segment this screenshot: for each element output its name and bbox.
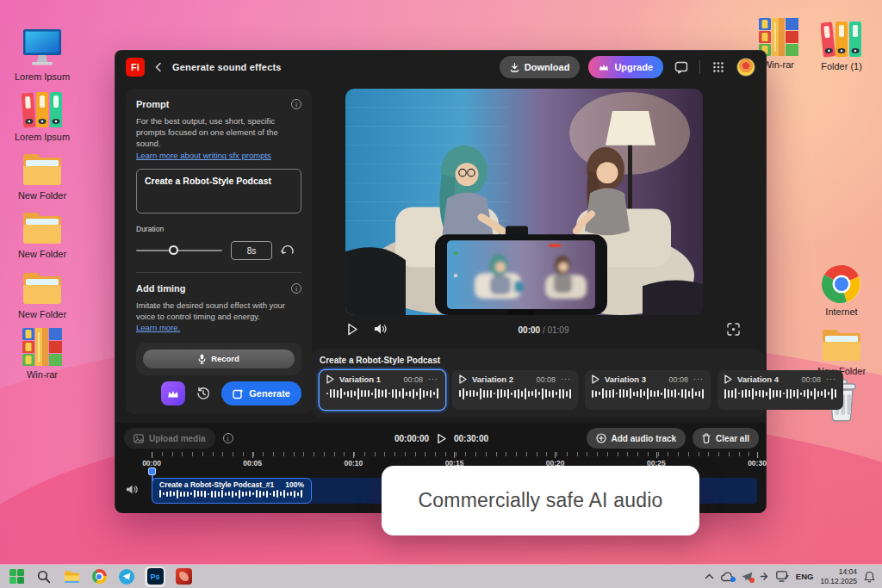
timing-help-text: Imitate the desired sound effect with yo… bbox=[136, 300, 301, 333]
play-icon[interactable] bbox=[459, 374, 467, 384]
desktop-icon-label: Lorem Ipsum bbox=[9, 71, 75, 82]
grid-menu-icon bbox=[712, 61, 724, 73]
folder-icon bbox=[809, 320, 874, 363]
prompt-input[interactable]: Create a Robot-Style Podcast bbox=[136, 169, 301, 214]
clear-all-button[interactable]: Clear all bbox=[693, 428, 759, 449]
variation-card-3[interactable]: Variation 3 00:08 ··· bbox=[585, 370, 711, 410]
variation-card-4[interactable]: Variation 4 00:08 ··· bbox=[717, 370, 843, 410]
start-button[interactable] bbox=[7, 567, 26, 586]
more-options-icon[interactable]: ··· bbox=[428, 375, 438, 383]
ruler-label: 00:00 bbox=[142, 459, 161, 467]
generate-icon bbox=[233, 388, 244, 399]
info-icon[interactable]: i bbox=[223, 433, 233, 443]
taskbar-file-explorer-button[interactable] bbox=[62, 567, 81, 586]
notifications-bell-icon[interactable] bbox=[864, 571, 875, 583]
prompt-help-text: For the best output, use short, specific… bbox=[136, 116, 301, 149]
tray-chevron-up-icon[interactable] bbox=[705, 573, 714, 579]
playhead[interactable] bbox=[147, 467, 157, 481]
reset-icon[interactable] bbox=[281, 245, 295, 257]
record-button[interactable]: Record bbox=[143, 350, 295, 368]
user-avatar[interactable] bbox=[736, 58, 755, 77]
winrar-icon bbox=[9, 324, 75, 367]
desktop-icon-new-folder-right[interactable]: New Folder bbox=[809, 320, 874, 376]
red-app-icon bbox=[176, 568, 192, 585]
timeline-play-button[interactable] bbox=[437, 433, 446, 444]
audio-clip[interactable]: Create a Robot-Style Podcast_#1 100% bbox=[152, 478, 312, 504]
fullscreen-button[interactable] bbox=[727, 323, 740, 336]
folder-icon bbox=[9, 263, 75, 306]
desktop-icon-winrar-left[interactable]: Win-rar bbox=[9, 324, 75, 380]
tray-cloud-icon[interactable] bbox=[721, 572, 735, 582]
waveform bbox=[459, 387, 571, 400]
track-volume-icon[interactable] bbox=[126, 483, 139, 498]
video-preview[interactable] bbox=[345, 89, 703, 315]
header-divider bbox=[699, 60, 700, 74]
tray-display-pen-icon[interactable] bbox=[776, 571, 789, 582]
back-button[interactable] bbox=[153, 62, 164, 72]
prompt-learn-more-link[interactable]: Learn more about writing sfx prompts bbox=[136, 151, 301, 160]
info-icon[interactable]: i bbox=[291, 99, 301, 109]
page-title: Generate sound effects bbox=[172, 62, 282, 72]
taskbar-clock[interactable]: 14:04 10.12.2025 bbox=[820, 567, 857, 585]
upgrade-button[interactable]: Upgrade bbox=[588, 56, 663, 78]
desktop-icon-label: Folder (1) bbox=[809, 61, 874, 71]
timeline-time-display: 00:00:00 00:30:00 bbox=[394, 433, 488, 444]
taskbar-chrome-button[interactable] bbox=[90, 567, 109, 586]
play-button[interactable] bbox=[347, 323, 358, 336]
taskbar-search-button[interactable] bbox=[34, 567, 53, 586]
download-button[interactable]: Download bbox=[500, 56, 581, 78]
variation-card-2[interactable]: Variation 2 00:08 ··· bbox=[452, 370, 578, 410]
duration-value-field[interactable]: 8s bbox=[231, 241, 272, 260]
chrome-icon bbox=[809, 261, 874, 304]
apps-grid-button[interactable] bbox=[709, 58, 728, 77]
variation-card-1[interactable]: Variation 1 00:08 ··· bbox=[320, 370, 445, 410]
ruler-label: 00:30 bbox=[748, 459, 767, 467]
desktop-icon-new-folder-1[interactable]: New Folder bbox=[9, 145, 75, 201]
volume-button[interactable] bbox=[374, 323, 388, 335]
info-icon[interactable]: i bbox=[291, 283, 301, 294]
chrome-icon bbox=[92, 569, 107, 584]
explorer-folder-icon bbox=[64, 570, 80, 584]
media-icon bbox=[134, 434, 144, 443]
desktop-icon-label: Win-rar bbox=[9, 369, 75, 380]
taskbar-photoshop-button[interactable]: Ps bbox=[145, 566, 165, 587]
desktop-icon-label: New Folder bbox=[9, 309, 75, 319]
timing-learn-more-link[interactable]: Learn more. bbox=[136, 323, 180, 334]
telegram-icon bbox=[119, 569, 134, 585]
add-timing-title: Add timing bbox=[136, 283, 185, 294]
desktop-icon-internet[interactable]: Internet bbox=[809, 261, 874, 317]
generate-button[interactable]: Generate bbox=[221, 381, 301, 405]
history-icon bbox=[196, 387, 210, 400]
taskbar-telegram-button[interactable] bbox=[117, 567, 136, 586]
play-icon[interactable] bbox=[592, 374, 599, 384]
language-indicator[interactable]: ENG bbox=[796, 572, 814, 581]
upload-media-button[interactable]: Upload media bbox=[124, 428, 215, 449]
plus-circle-icon bbox=[596, 433, 606, 443]
add-audio-track-button[interactable]: Add audio track bbox=[587, 428, 686, 449]
tray-arrow-icon[interactable] bbox=[760, 572, 769, 581]
desktop-icon-label: Lorem Ipsum bbox=[9, 132, 75, 142]
microphone-icon bbox=[198, 354, 206, 364]
more-options-icon[interactable]: ··· bbox=[693, 375, 704, 383]
desktop-icon-lorem-ipsum-monitor[interactable]: Lorem Ipsum bbox=[9, 26, 75, 82]
premium-crown-button[interactable] bbox=[161, 381, 185, 405]
tray-telegram-icon[interactable] bbox=[742, 572, 753, 582]
duration-slider[interactable] bbox=[136, 250, 222, 251]
desktop-icon-new-folder-2[interactable]: New Folder bbox=[9, 203, 75, 259]
divider bbox=[136, 272, 301, 273]
play-icon[interactable] bbox=[326, 374, 334, 384]
desktop-icon-lorem-ipsum-binders[interactable]: Lorem Ipsum bbox=[9, 86, 75, 142]
more-options-icon[interactable]: ··· bbox=[561, 375, 571, 383]
promo-banner-text: Commercially safe AI audio bbox=[419, 489, 663, 512]
play-icon[interactable] bbox=[724, 374, 732, 384]
slider-knob[interactable] bbox=[169, 245, 178, 255]
clip-volume: 100% bbox=[285, 480, 304, 489]
more-options-icon[interactable]: ··· bbox=[826, 375, 836, 383]
desktop-icon-folder-1[interactable]: Folder (1) bbox=[809, 15, 874, 71]
desktop-icon-label: Internet bbox=[809, 306, 874, 317]
duration-label: Duration bbox=[136, 225, 301, 233]
desktop-icon-new-folder-3[interactable]: New Folder bbox=[9, 263, 75, 319]
feedback-chat-button[interactable] bbox=[672, 58, 691, 77]
history-button[interactable] bbox=[193, 383, 214, 404]
taskbar-red-app-button[interactable] bbox=[174, 567, 193, 586]
